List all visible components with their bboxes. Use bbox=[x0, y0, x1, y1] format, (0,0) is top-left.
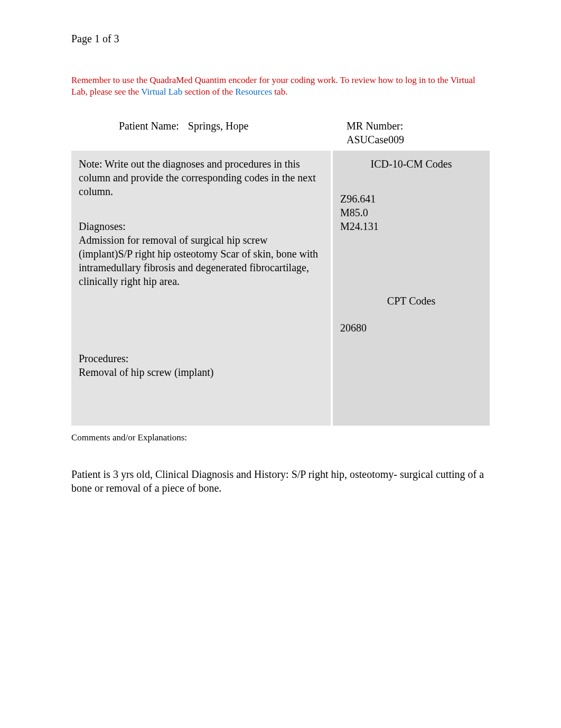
icd-code: M24.131 bbox=[340, 219, 482, 233]
icd-code: Z96.641 bbox=[340, 192, 482, 206]
page-indicator: Page 1 of 3 bbox=[71, 32, 490, 45]
diagnoses-heading: Diagnoses: bbox=[79, 219, 323, 233]
procedures-text: Removal of hip screw (implant) bbox=[79, 365, 323, 379]
patient-name-block: Patient Name: Springs, Hope bbox=[71, 119, 331, 146]
header-row: Patient Name: Springs, Hope MR Number: A… bbox=[71, 119, 490, 146]
comments-body: Patient is 3 yrs old, Clinical Diagnosis… bbox=[71, 467, 490, 495]
resources-link[interactable]: Resources bbox=[235, 87, 272, 97]
instruction-part3: tab. bbox=[272, 87, 287, 97]
mr-number-label: MR Number: bbox=[347, 119, 490, 133]
mr-number-block: MR Number: ASUCase009 bbox=[331, 119, 490, 146]
description-column: Note: Write out the diagnoses and proced… bbox=[71, 151, 331, 426]
note-text: Note: Write out the diagnoses and proced… bbox=[79, 157, 323, 198]
patient-name-value: Springs, Hope bbox=[188, 120, 248, 132]
instruction-text: Remember to use the QuadraMed Quantim en… bbox=[71, 75, 490, 98]
procedures-heading: Procedures: bbox=[79, 352, 323, 365]
comments-label: Comments and/or Explanations: bbox=[71, 432, 490, 444]
icd-heading: ICD-10-CM Codes bbox=[340, 157, 482, 171]
codes-column: ICD-10-CM Codes Z96.641 M85.0 M24.131 CP… bbox=[331, 151, 490, 426]
patient-name-label: Patient Name: bbox=[119, 120, 179, 132]
diagnoses-text: Admission for removal of surgical hip sc… bbox=[79, 233, 323, 288]
cpt-code: 20680 bbox=[340, 321, 482, 335]
instruction-part2: section of the bbox=[182, 87, 235, 97]
main-table: Note: Write out the diagnoses and proced… bbox=[71, 151, 490, 426]
cpt-heading: CPT Codes bbox=[340, 294, 482, 308]
icd-codes-block: Z96.641 M85.0 M24.131 bbox=[340, 192, 482, 233]
mr-number-value: ASUCase009 bbox=[347, 133, 490, 146]
icd-code: M85.0 bbox=[340, 206, 482, 219]
virtual-lab-link[interactable]: Virtual Lab bbox=[141, 87, 182, 97]
